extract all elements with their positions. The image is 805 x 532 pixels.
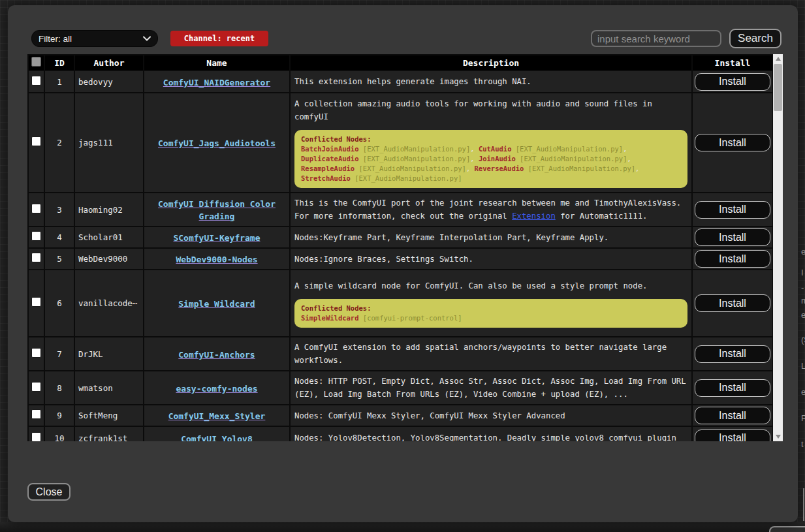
scrollbar-thumb[interactable] (774, 64, 782, 111)
filter-dropdown-value: Filter: all (39, 34, 72, 44)
row-install-cell: Install (692, 70, 773, 93)
row-author: jags111 (74, 93, 144, 193)
extension-name-link[interactable]: Simple Wildcard (178, 299, 255, 309)
conflict-node-name: DuplicateAudio (301, 155, 359, 163)
extension-name-link[interactable]: ComfyUI_NAIDGenerator (163, 78, 270, 87)
header-checkbox-cell (28, 55, 44, 70)
conflict-node-source: [EXT_AudioManipulation.py] (363, 155, 470, 163)
select-all-checkbox[interactable] (31, 57, 41, 67)
install-button[interactable]: Install (695, 134, 770, 151)
conflict-node-name: CutAudio (479, 145, 512, 153)
conflict-node-source: [EXT_AudioManipulation.py] (516, 145, 623, 153)
close-button[interactable]: Close (27, 483, 71, 501)
row-install-cell: Install (692, 405, 773, 426)
extension-name-link[interactable]: ComfyUI Yolov8 (181, 434, 253, 442)
extension-name-link[interactable]: ComfyUI_Mexx_Styler (168, 411, 266, 421)
search-input[interactable] (591, 30, 721, 47)
row-checkbox[interactable] (31, 409, 41, 419)
row-description: Nodes: ComfyUI Mexx Styler, ComfyUI Mexx… (290, 405, 692, 426)
row-description: A ComfyUI extension to add spatial ancho… (290, 337, 692, 371)
extension-name-link[interactable]: ComfyUI-Anchors (178, 350, 255, 360)
row-author: DrJKL (74, 337, 144, 371)
table-row: 5WebDev9000WebDev9000-NodesNodes:Ignore … (28, 248, 773, 270)
conflict-node-source: [comfyui-prompt-control] (363, 314, 462, 322)
extension-name-link[interactable]: WebDev9000-Nodes (176, 255, 257, 264)
row-description: Nodes: HTTP POST, Empty Dict, Assoc Str,… (290, 371, 692, 405)
row-checkbox-cell (28, 227, 44, 248)
row-checkbox-cell (28, 70, 44, 93)
row-checkbox[interactable] (31, 76, 41, 86)
row-checkbox[interactable] (31, 348, 41, 358)
row-name-cell: ComfyUI Diffusion Color Grading (144, 193, 290, 227)
install-button[interactable]: Install (695, 73, 770, 91)
row-install-cell: Install (692, 193, 773, 227)
row-name-cell: ComfyUI Yolov8 (144, 426, 290, 441)
row-checkbox-cell (28, 270, 44, 337)
row-id: 3 (44, 193, 74, 227)
table-scrollbar[interactable] (773, 54, 783, 441)
row-id: 4 (44, 227, 74, 248)
install-button[interactable]: Install (695, 407, 770, 424)
install-button[interactable]: Install (695, 250, 770, 268)
extension-name-link[interactable]: ComfyUI Diffusion Color Grading (158, 199, 276, 221)
row-id: 6 (44, 270, 74, 337)
background-text-fragment: P (801, 413, 805, 423)
extension-name-link[interactable]: SComfyUI-Keyframe (173, 233, 260, 243)
extension-name-link[interactable]: ComfyUI_Jags_Audiotools (158, 138, 276, 148)
row-author: wmatson (74, 371, 144, 405)
row-checkbox[interactable] (31, 136, 41, 146)
row-checkbox-cell (28, 193, 44, 227)
background-corner-element (769, 526, 805, 532)
background-text-fragment: e (801, 247, 805, 257)
row-checkbox-cell (28, 405, 44, 426)
install-custom-nodes-dialog: Filter: all Channel: recent Search ID Au… (8, 5, 798, 522)
row-author: WebDev9000 (74, 248, 144, 270)
row-id: 7 (44, 337, 74, 371)
conflicted-nodes-title: Conflicted Nodes: (301, 304, 681, 313)
row-checkbox[interactable] (31, 297, 41, 307)
extension-name-link[interactable]: easy-comfy-nodes (176, 384, 257, 394)
header-author: Author (74, 55, 144, 70)
conflict-node-source: [EXT_AudioManipulation.py] (520, 155, 627, 163)
conflict-node-name: BatchJoinAudio (301, 145, 359, 153)
row-id: 2 (44, 93, 74, 193)
install-button[interactable]: Install (695, 345, 770, 363)
row-author: SoftMeng (74, 405, 144, 426)
row-checkbox[interactable] (31, 204, 41, 213)
row-checkbox[interactable] (31, 253, 41, 262)
row-author: vanillacode⋯ (74, 270, 144, 337)
row-checkbox[interactable] (31, 382, 41, 392)
conflict-node-name: StretchAudio (301, 174, 351, 182)
row-name-cell: ComfyUI_Mexx_Styler (144, 405, 290, 426)
install-button[interactable]: Install (695, 228, 770, 246)
conflict-node-name: ResampleAudio (301, 164, 355, 172)
install-button[interactable]: Install (695, 294, 770, 312)
background-text-fragment: t (801, 439, 804, 449)
table-row: 1bedovyyComfyUI_NAIDGeneratorThis extens… (28, 70, 773, 93)
install-button[interactable]: Install (695, 201, 770, 219)
row-name-cell: Simple Wildcard (144, 270, 290, 337)
conflicted-nodes-title: Conflicted Nodes: (301, 134, 681, 144)
description-link[interactable]: Extension (512, 211, 556, 221)
scroll-down-arrow[interactable] (773, 432, 783, 441)
scroll-up-arrow[interactable] (773, 54, 783, 63)
conflict-node-source: [EXT_AudioManipulation.py] (528, 164, 635, 172)
row-checkbox[interactable] (31, 432, 41, 442)
row-checkbox-cell (28, 93, 44, 193)
install-button[interactable]: Install (695, 430, 770, 442)
custom-nodes-table: ID Author Name Description Install 1bedo… (27, 54, 783, 441)
filter-dropdown[interactable]: Filter: all (31, 30, 158, 47)
row-author: Haoming02 (74, 193, 144, 227)
row-name-cell: ComfyUI_NAIDGenerator (144, 70, 290, 93)
search-button[interactable]: Search (729, 29, 781, 48)
row-description: Nodes:Ignore Braces, Settings Switch. (290, 248, 692, 270)
row-checkbox[interactable] (31, 231, 41, 241)
background-text-fragment: e (801, 310, 805, 320)
background-text-fragment: L (801, 361, 805, 371)
row-install-cell: Install (692, 371, 773, 405)
row-name-cell: WebDev9000-Nodes (144, 248, 290, 270)
table-row: 3Haoming02ComfyUI Diffusion Color Gradin… (28, 193, 773, 227)
install-button[interactable]: Install (695, 379, 770, 397)
comfyui-canvas: { "toolbar": { "filter_value": "Filter: … (0, 0, 805, 532)
channel-button[interactable]: Channel: recent (170, 31, 268, 46)
